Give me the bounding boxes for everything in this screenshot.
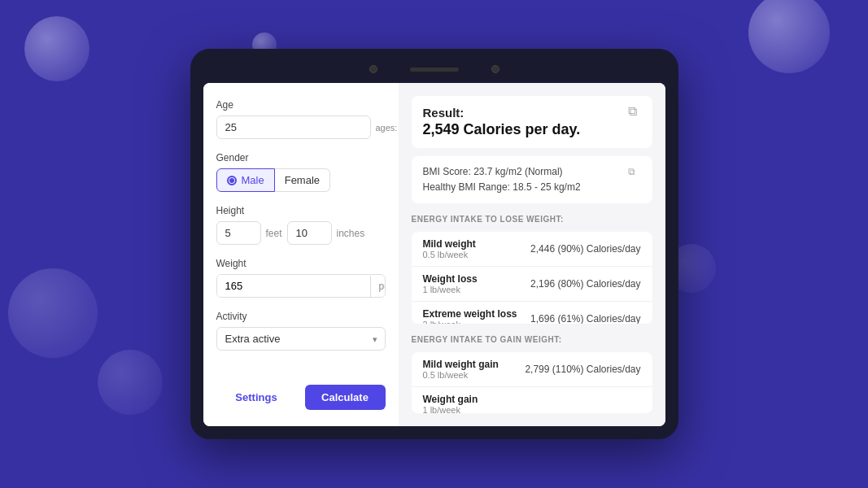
gain-mild-info: Mild weight gain 0.5 lb/week: [423, 359, 499, 380]
lose-normal-value: 2,196 (80%) Calories/day: [530, 278, 640, 290]
lose-extreme-sub: 2 lb/week: [423, 320, 517, 324]
decorative-bubble-3: [748, 0, 830, 73]
right-panel: Result: 2,549 Calories per day. ⧉ BMI Sc…: [399, 83, 665, 426]
lose-row-normal: Weight loss 1 lb/week 2,196 (80%) Calori…: [412, 267, 652, 302]
gain-mild-label: Mild weight gain: [423, 359, 499, 370]
decorative-bubble-1: [24, 16, 89, 81]
button-row: Settings Calculate: [216, 377, 386, 410]
tablet-screen: Age ages: 2 - 120 Gender Male: [203, 83, 665, 426]
gender-row: Male Female: [216, 168, 386, 192]
gender-group: Gender Male Female: [216, 152, 386, 192]
height-inches-unit: inches: [337, 228, 365, 239]
gain-row-normal: Weight gain 1 lb/week: [412, 387, 652, 413]
height-label: Height: [216, 205, 386, 216]
lose-mild-label: Mild weight: [423, 238, 476, 250]
weight-input-row: pounds: [216, 274, 386, 298]
radio-dot-inner-male: [229, 178, 234, 183]
lose-normal-sub: 1 lb/week: [423, 285, 478, 294]
tablet-device: Age ages: 2 - 120 Gender Male: [190, 49, 678, 439]
lose-extreme-value: 1,696 (61%) Calories/day: [530, 313, 640, 324]
gender-male-label: Male: [242, 174, 264, 186]
gender-female-label: Female: [285, 174, 320, 186]
age-hint: ages: 2 - 120: [376, 123, 399, 133]
age-label: Age: [216, 99, 386, 111]
age-group: Age ages: 2 - 120: [216, 99, 386, 139]
bmi-range: Healthy BMI Range: 18.5 - 25 kg/m2: [423, 180, 641, 195]
activity-label: Activity: [216, 311, 386, 322]
calculate-button[interactable]: Calculate: [305, 385, 386, 410]
lose-mild-info: Mild weight 0.5 lb/week: [423, 238, 476, 259]
lose-mild-sub: 0.5 lb/week: [423, 250, 476, 259]
height-feet-input[interactable]: [216, 221, 261, 245]
bmi-card: BMI Score: 23.7 kg/m2 (Normal) Healthy B…: [412, 156, 652, 203]
height-row: feet inches: [216, 221, 386, 245]
weight-label: Weight: [216, 258, 386, 269]
weight-input[interactable]: [217, 275, 370, 297]
height-group: Height feet inches: [216, 205, 386, 245]
activity-group: Activity Sedentary Lightly active Modera…: [216, 311, 386, 351]
result-calories: 2,549 Calories per day.: [423, 121, 641, 138]
lose-normal-label: Weight loss: [423, 273, 478, 285]
lose-row-mild: Mild weight 0.5 lb/week 2,446 (90%) Calo…: [412, 232, 652, 267]
copy-bmi-icon[interactable]: ⧉: [628, 164, 644, 181]
radio-dot-male: [227, 176, 237, 185]
age-input-row: ages: 2 - 120: [216, 115, 386, 139]
gender-label: Gender: [216, 152, 386, 163]
lose-mild-value: 2,446 (90%) Calories/day: [530, 243, 640, 255]
gain-normal-label: Weight gain: [423, 394, 478, 405]
gain-normal-info: Weight gain 1 lb/week: [423, 394, 478, 413]
copy-result-icon[interactable]: ⧉: [628, 104, 644, 120]
tablet-camera: [369, 65, 377, 73]
left-panel: Age ages: 2 - 120 Gender Male: [203, 83, 399, 426]
gain-mild-value: 2,799 (110%) Calories/day: [525, 364, 640, 375]
gain-weight-card: Mild weight gain 0.5 lb/week 2,799 (110%…: [412, 352, 652, 413]
decorative-bubble-4: [8, 268, 98, 358]
tablet-camera-2: [491, 65, 499, 73]
lose-extreme-label: Extreme weight loss: [423, 308, 517, 320]
gender-female-option[interactable]: Female: [275, 168, 330, 192]
lose-weight-section-label: ENERGY INTAKE TO LOSE WEIGHT:: [412, 215, 652, 224]
tablet-top-bar: [203, 65, 665, 73]
gender-male-option[interactable]: Male: [216, 168, 275, 192]
activity-select-wrapper: Sedentary Lightly active Moderately acti…: [216, 327, 386, 351]
gain-normal-sub: 1 lb/week: [423, 405, 478, 413]
gain-weight-section-label: ENERGY INTAKE TO GAIN WEIGHT:: [412, 335, 652, 344]
weight-unit: pounds: [370, 276, 386, 297]
age-input[interactable]: [216, 115, 371, 139]
gain-row-mild: Mild weight gain 0.5 lb/week 2,799 (110%…: [412, 352, 652, 387]
lose-row-extreme: Extreme weight loss 2 lb/week 1,696 (61%…: [412, 302, 652, 324]
decorative-bubble-5: [98, 350, 163, 415]
gain-mild-sub: 0.5 lb/week: [423, 370, 499, 380]
bmi-score: BMI Score: 23.7 kg/m2 (Normal): [423, 164, 641, 180]
weight-group: Weight pounds: [216, 258, 386, 298]
lose-normal-info: Weight loss 1 lb/week: [423, 273, 478, 294]
activity-select[interactable]: Sedentary Lightly active Moderately acti…: [216, 327, 386, 351]
height-feet-unit: feet: [266, 228, 282, 239]
height-inches-input[interactable]: [287, 221, 332, 245]
result-label: Result:: [423, 106, 641, 120]
lose-weight-card: Mild weight 0.5 lb/week 2,446 (90%) Calo…: [412, 232, 652, 324]
settings-button[interactable]: Settings: [216, 385, 297, 410]
lose-extreme-info: Extreme weight loss 2 lb/week: [423, 308, 517, 324]
tablet-speaker: [410, 68, 459, 72]
result-header-card: Result: 2,549 Calories per day. ⧉: [412, 96, 652, 148]
